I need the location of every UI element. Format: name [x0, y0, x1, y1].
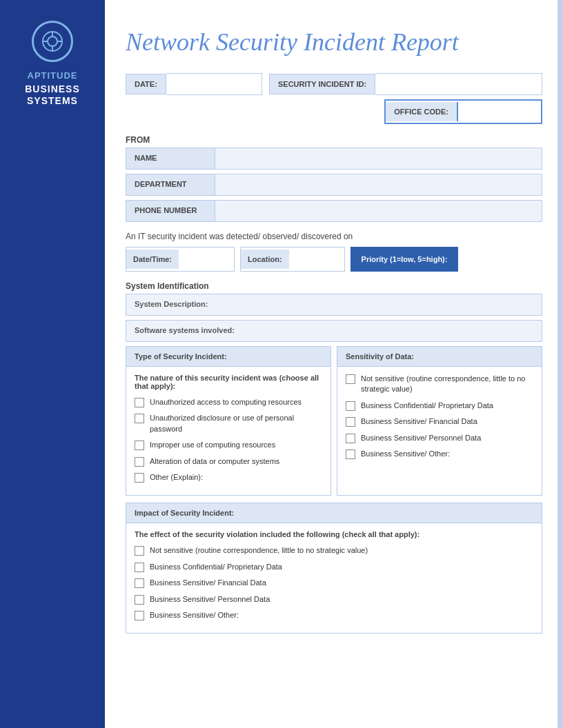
- logo-circle: [32, 21, 73, 62]
- logo-icon: [40, 29, 65, 54]
- impact-checkbox-2[interactable]: [135, 578, 144, 588]
- datetime-label: Date/Time:: [126, 250, 179, 269]
- sensitivity-option-0: Not sensitive (routine correspondence, l…: [346, 374, 533, 395]
- sensitivity-option-label-3: Business Sensitive/ Personnel Data: [361, 433, 481, 443]
- main-content: Network Security Incident Report DATE: S…: [105, 0, 563, 728]
- location-input[interactable]: [289, 247, 344, 271]
- type-checkbox-4[interactable]: [135, 473, 144, 483]
- type-checkbox-3[interactable]: [135, 457, 144, 467]
- sensitivity-option-label-1: Business Confidential/ Proprietary Data: [361, 401, 493, 411]
- location-label: Location:: [241, 250, 289, 269]
- impact-option-label-1: Business Confidential/ Proprietary Data: [150, 562, 282, 572]
- system-id-section-label: System Identification: [126, 281, 542, 291]
- date-input[interactable]: [166, 73, 262, 95]
- office-row: OFFICE CODE:: [126, 99, 542, 124]
- type-option-1: Unauthorized disclosure or use of person…: [135, 413, 322, 434]
- office-code-input[interactable]: [458, 101, 541, 123]
- incident-text: An IT security incident was detected/ ob…: [126, 232, 542, 241]
- sensitivity-option-1: Business Confidential/ Proprietary Data: [346, 401, 533, 411]
- department-row: DEPARTMENT: [126, 174, 542, 196]
- security-id-field: SECURITY INCIDENT ID:: [269, 73, 542, 95]
- type-checkbox-2[interactable]: [135, 441, 144, 450]
- datetime-field: Date/Time:: [126, 247, 235, 272]
- system-desc-field: System Description:: [126, 294, 542, 316]
- phone-row: PHONE NUMBER: [126, 200, 542, 222]
- impact-option-label-3: Business Sensitive/ Personnel Data: [150, 594, 270, 605]
- type-option-label-0: Unauthorized access to computing resourc…: [150, 397, 302, 407]
- svg-point-1: [48, 37, 57, 46]
- sensitivity-option-label-2: Business Sensitive/ Financial Data: [361, 416, 477, 427]
- type-desc: The nature of this security incident was…: [135, 374, 322, 390]
- type-option-label-3: Alteration of data or computer systems: [150, 456, 279, 467]
- type-sensitivity-section: Type of Security Incident: The nature of…: [126, 346, 542, 496]
- sensitivity-option-3: Business Sensitive/ Personnel Data: [346, 433, 533, 443]
- sensitivity-option-2: Business Sensitive/ Financial Data: [346, 416, 533, 427]
- report-title: Network Security Incident Report: [126, 28, 542, 57]
- office-code-label: OFFICE CODE:: [386, 102, 458, 121]
- impact-option-label-4: Business Sensitive/ Other:: [150, 610, 239, 620]
- impact-desc: The effect of the security violation inc…: [135, 530, 533, 538]
- sensitivity-checkbox-0[interactable]: [346, 374, 355, 384]
- type-box: Type of Security Incident: The nature of…: [126, 346, 331, 496]
- type-option-2: Improper use of computing resources: [135, 440, 322, 450]
- phone-label: PHONE NUMBER: [126, 200, 215, 222]
- type-option-3: Alteration of data or computer systems: [135, 456, 322, 467]
- priority-button[interactable]: Priority (1=low, 5=high):: [350, 247, 459, 272]
- impact-header: Impact of Security Incident:: [126, 503, 542, 523]
- impact-checkbox-1[interactable]: [135, 563, 144, 572]
- impact-option-2: Business Sensitive/ Financial Data: [135, 578, 533, 588]
- from-label: FROM: [126, 131, 542, 148]
- name-label: NAME: [126, 148, 215, 170]
- name-input[interactable]: [215, 148, 542, 170]
- page: APTITUDE BUSINESS SYSTEMS Network Securi…: [0, 0, 563, 728]
- sidebar: APTITUDE BUSINESS SYSTEMS: [0, 0, 105, 728]
- company-name: BUSINESS SYSTEMS: [25, 83, 80, 107]
- type-option-label-2: Improper use of computing resources: [150, 440, 275, 450]
- impact-option-1: Business Confidential/ Proprietary Data: [135, 562, 533, 572]
- type-option-label-4: Other (Explain):: [150, 472, 203, 483]
- type-body: The nature of this security incident was…: [126, 367, 330, 495]
- impact-option-4: Business Sensitive/ Other:: [135, 610, 533, 620]
- sensitivity-header: Sensitivity of Data:: [337, 347, 542, 367]
- type-header: Type of Security Incident:: [126, 347, 330, 367]
- datetime-input[interactable]: [179, 247, 234, 271]
- security-id-label: SECURITY INCIDENT ID:: [269, 74, 375, 94]
- impact-option-label-2: Business Sensitive/ Financial Data: [150, 578, 266, 588]
- impact-body: The effect of the security violation inc…: [126, 523, 542, 633]
- sensitivity-checkbox-2[interactable]: [346, 417, 355, 427]
- top-row: DATE: SECURITY INCIDENT ID:: [126, 73, 542, 95]
- date-label: DATE:: [126, 74, 166, 94]
- sensitivity-option-4: Business Sensitive/ Other:: [346, 449, 533, 459]
- phone-input[interactable]: [215, 200, 542, 222]
- sensitivity-option-label-0: Not sensitive (routine correspondence, l…: [361, 374, 533, 395]
- impact-checkbox-4[interactable]: [135, 611, 144, 620]
- impact-checkbox-0[interactable]: [135, 546, 144, 556]
- dlp-row: Date/Time: Location: Priority (1=low, 5=…: [126, 247, 542, 272]
- software-field: Software systems involved:: [126, 320, 542, 342]
- type-option-label-1: Unauthorized disclosure or use of person…: [150, 413, 322, 434]
- department-input[interactable]: [215, 174, 542, 196]
- impact-option-0: Not sensitive (routine correspondence, l…: [135, 545, 533, 556]
- date-field: DATE:: [126, 73, 262, 95]
- sensitivity-checkbox-1[interactable]: [346, 401, 355, 411]
- type-checkbox-0[interactable]: [135, 398, 144, 407]
- security-id-input[interactable]: [375, 73, 542, 95]
- brand-name: APTITUDE: [28, 70, 78, 81]
- sensitivity-body: Not sensitive (routine correspondence, l…: [337, 367, 542, 472]
- sensitivity-box: Sensitivity of Data: Not sensitive (rout…: [337, 346, 542, 496]
- office-box: OFFICE CODE:: [384, 99, 542, 124]
- impact-option-label-0: Not sensitive (routine correspondence, l…: [150, 545, 368, 556]
- sensitivity-option-label-4: Business Sensitive/ Other:: [361, 449, 450, 459]
- impact-section: Impact of Security Incident: The effect …: [126, 503, 542, 634]
- sensitivity-checkbox-3[interactable]: [346, 434, 355, 443]
- name-row: NAME: [126, 148, 542, 170]
- scroll-bar[interactable]: [557, 0, 563, 728]
- sensitivity-checkbox-4[interactable]: [346, 449, 355, 459]
- location-field: Location:: [240, 247, 345, 272]
- impact-option-3: Business Sensitive/ Personnel Data: [135, 594, 533, 605]
- impact-checkbox-3[interactable]: [135, 595, 144, 605]
- type-option-4: Other (Explain):: [135, 472, 322, 483]
- type-checkbox-1[interactable]: [135, 414, 144, 423]
- type-option-0: Unauthorized access to computing resourc…: [135, 397, 322, 407]
- department-label: DEPARTMENT: [126, 174, 215, 196]
